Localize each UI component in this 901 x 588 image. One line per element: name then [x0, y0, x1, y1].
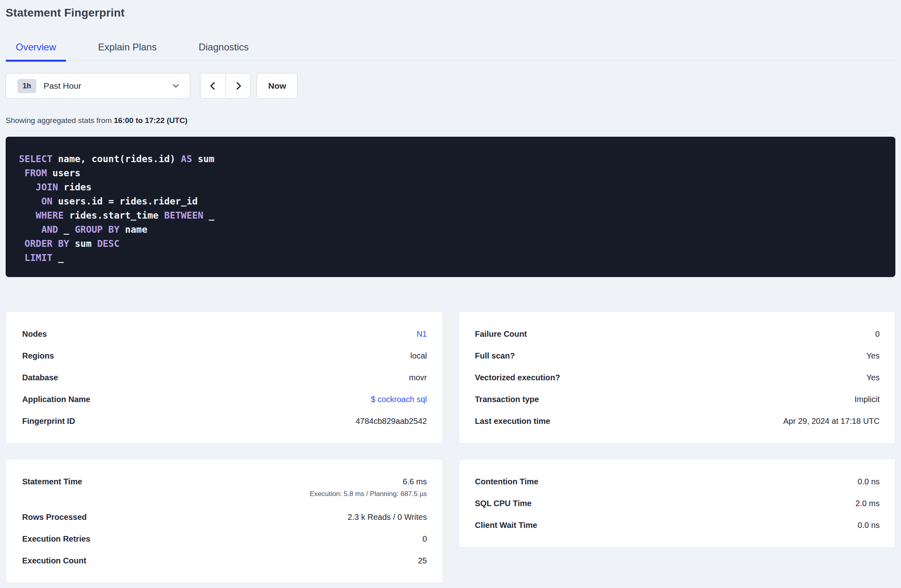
statement-details-card-right: Failure Count0Full scan?YesVectorized ex… — [459, 311, 896, 444]
stat-value: movr — [409, 371, 427, 384]
page-title: Statement Fingerprint — [6, 6, 895, 20]
chevron-down-icon — [171, 81, 180, 90]
sql-text: rides — [58, 182, 92, 192]
sql-text — [19, 196, 41, 206]
sql-text: _ — [58, 224, 75, 235]
tab-explain-plans[interactable]: Explain Plans — [88, 41, 167, 60]
stat-value-wrap: 0 — [875, 327, 880, 341]
stat-label: Execution Retries — [22, 532, 90, 546]
sql-line: AND _ GROUP BY name — [19, 223, 882, 237]
stat-value-link[interactable]: N1 — [417, 327, 427, 341]
sql-keyword: GROUP BY — [75, 224, 119, 235]
stat-row: Execution Count25 — [22, 550, 427, 571]
stat-value: 0.0 ns — [858, 518, 880, 532]
statement-details-card-left: NodesN1RegionslocalDatabasemovrApplicati… — [6, 311, 443, 444]
stat-label: Fingerprint ID — [22, 414, 75, 428]
stat-label: Vectorized execution? — [475, 371, 560, 384]
stat-value: 2.3 k Reads / 0 Writes — [348, 510, 427, 524]
sql-text — [19, 252, 25, 263]
stat-row: Application Name$ cockroach sql — [22, 388, 427, 410]
sql-line: ON users.id = rides.rider_id — [19, 194, 882, 209]
stat-value: 2.0 ms — [855, 496, 880, 510]
stat-row: Fingerprint ID4784cb829aab2542 — [22, 410, 427, 432]
stat-row: Transaction typeImplicit — [475, 388, 880, 410]
stat-value: 6.6 ms — [403, 475, 427, 488]
stat-row: Vectorized execution?Yes — [475, 367, 880, 388]
now-button[interactable]: Now — [257, 73, 298, 99]
next-interval-button[interactable] — [225, 73, 250, 98]
stats-cards-grid: NodesN1RegionslocalDatabasemovrApplicati… — [6, 311, 895, 583]
stat-label: Last execution time — [475, 414, 551, 428]
sql-text — [19, 182, 36, 192]
stat-row: Failure Count0 — [475, 323, 880, 345]
sql-text — [19, 238, 25, 249]
stat-value-wrap: Yes — [866, 349, 880, 363]
stat-value-wrap: 2.3 k Reads / 0 Writes — [348, 510, 427, 524]
stat-value-wrap: $ cockroach sql — [371, 392, 427, 406]
sql-line: WHERE rides.start_time BETWEEN _ — [19, 209, 882, 223]
interval-label: Past Hour — [44, 81, 171, 91]
stat-value-wrap: Apr 29, 2024 at 17:18 UTC — [783, 414, 880, 428]
stat-row: Last execution timeApr 29, 2024 at 17:18… — [475, 410, 880, 432]
time-interval-dropdown[interactable]: 1h Past Hour — [6, 73, 190, 99]
stat-value-wrap: 4784cb829aab2542 — [356, 414, 427, 428]
sql-text: sum — [69, 238, 97, 249]
stat-label: Nodes — [22, 327, 47, 341]
sql-text: rides.start_time — [64, 210, 164, 221]
stat-value: 25 — [418, 554, 427, 567]
sql-statement-box: SELECT name, count(rides.id) AS sum FROM… — [6, 137, 895, 277]
stat-row: Execution Retries0 — [22, 528, 427, 550]
stat-value: 0.0 ns — [858, 475, 880, 488]
sql-text: name, count(rides.id) — [52, 154, 181, 164]
stat-value-wrap: N1 — [417, 327, 427, 341]
sql-keyword: FROM — [25, 168, 47, 178]
stat-label: Rows Processed — [22, 510, 87, 524]
stat-row: Full scan?Yes — [475, 345, 880, 367]
tab-bar: Overview Explain Plans Diagnostics — [6, 41, 895, 61]
sql-text — [19, 168, 25, 178]
sql-text: users — [47, 168, 80, 178]
stat-value: Yes — [866, 349, 880, 363]
stat-value: 0 — [875, 327, 880, 341]
stat-label: Regions — [22, 349, 54, 363]
stat-row: Databasemovr — [22, 367, 427, 388]
aggregated-stats-summary: Showing aggregated stats from 16:00 to 1… — [6, 116, 895, 125]
sql-line: SELECT name, count(rides.id) AS sum — [19, 152, 882, 166]
stat-label: Full scan? — [475, 349, 515, 363]
sql-text: _ — [52, 252, 64, 263]
sql-keyword: ORDER BY — [25, 238, 69, 249]
stat-value: Implicit — [855, 392, 880, 406]
stat-label: Contention Time — [475, 475, 538, 488]
stat-label: Application Name — [22, 392, 90, 406]
sql-keyword: SELECT — [19, 154, 52, 164]
stat-value-wrap: 25 — [418, 554, 427, 567]
previous-interval-button[interactable] — [200, 73, 225, 98]
stats-summary-range: 16:00 to 17:22 (UTC) — [114, 116, 188, 125]
stat-label: Transaction type — [475, 392, 539, 406]
sql-text: users.id = rides.rider_id — [52, 196, 198, 206]
stat-row: Contention Time0.0 ns — [475, 471, 880, 492]
interval-arrow-group — [200, 73, 251, 99]
stat-label: Database — [22, 371, 58, 384]
stat-value: Apr 29, 2024 at 17:18 UTC — [783, 414, 880, 428]
stat-value-link[interactable]: $ cockroach sql — [371, 392, 427, 406]
sql-keyword: WHERE — [36, 210, 64, 221]
sql-keyword: ON — [41, 196, 52, 206]
sql-keyword: AS — [181, 154, 192, 164]
stat-value-wrap: 0 — [422, 532, 427, 546]
time-controls: 1h Past Hour Now — [6, 73, 895, 99]
chevron-right-icon — [234, 81, 243, 91]
stat-value-wrap: Yes — [866, 371, 880, 384]
stat-value-wrap: Implicit — [855, 392, 880, 406]
tab-diagnostics[interactable]: Diagnostics — [188, 41, 259, 60]
stat-value-wrap: movr — [409, 371, 427, 384]
stat-value-wrap: 6.6 msExecution: 5.8 ms / Planning: 687.… — [310, 475, 427, 500]
sql-text — [19, 224, 41, 235]
stat-row: Regionslocal — [22, 345, 427, 367]
sql-line: LIMIT _ — [19, 251, 882, 265]
interval-badge: 1h — [17, 79, 36, 93]
tab-overview[interactable]: Overview — [6, 41, 66, 60]
stat-value: Yes — [866, 371, 880, 384]
stat-value-wrap: 0.0 ns — [858, 475, 880, 488]
stats-summary-prefix: Showing aggregated stats from — [6, 116, 114, 125]
